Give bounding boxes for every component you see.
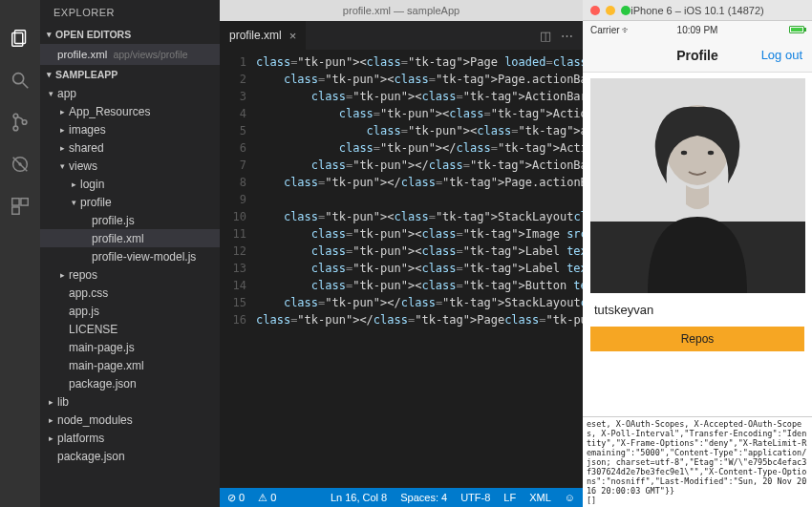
code-editor[interactable]: 12345678910111213141516 class="tk-pun"><… xyxy=(220,50,583,488)
simulator-titlebar: iPhone 6 – iOS 10.1 (14872) xyxy=(583,0,812,21)
tree-item-label: node_modules xyxy=(57,413,133,427)
tree-item-label: shared xyxy=(69,141,104,155)
simulator-title: iPhone 6 – iOS 10.1 (14872) xyxy=(583,5,812,16)
tree-item-profile-view-model-js[interactable]: profile-view-model.js xyxy=(40,247,220,265)
tree-item-profile-js[interactable]: profile.js xyxy=(40,211,220,229)
tree-item-label: login xyxy=(80,178,104,191)
tree-item-label: repos xyxy=(69,268,97,282)
tree-item-label: package.json xyxy=(57,450,125,463)
twisty-icon: ▸ xyxy=(46,415,55,425)
editor-area: profile.xml — sampleApp profile.xml × ◫ … xyxy=(220,0,583,507)
tree-item-app[interactable]: ▾app xyxy=(40,84,220,102)
editor-actions: ◫ ⋯ xyxy=(540,21,583,50)
twisty-icon: ▸ xyxy=(46,433,55,443)
battery-icon xyxy=(789,26,804,33)
tree-item-main-page-xml[interactable]: main-page.xml xyxy=(40,356,220,374)
tree-item-login[interactable]: ▸login xyxy=(40,175,220,193)
tree-item-platforms[interactable]: ▸platforms xyxy=(40,429,220,447)
source-control-icon[interactable] xyxy=(9,111,32,134)
battery-indicator xyxy=(789,26,804,33)
twisty-icon: ▸ xyxy=(57,107,67,116)
svg-point-2 xyxy=(13,74,24,84)
tree-item-app-js[interactable]: app.js xyxy=(40,302,220,320)
tree-item-repos[interactable]: ▸repos xyxy=(40,265,220,284)
svg-point-16 xyxy=(680,151,686,155)
twisty-icon: ▸ xyxy=(57,143,67,153)
close-icon[interactable]: × xyxy=(289,29,297,43)
explorer-title: EXPLORER xyxy=(40,0,220,25)
svg-rect-12 xyxy=(12,207,19,214)
tree-item-label: profile.js xyxy=(92,214,135,227)
split-editor-icon[interactable]: ◫ xyxy=(540,29,551,43)
tree-item-lib[interactable]: ▸lib xyxy=(40,392,220,411)
debug-icon[interactable] xyxy=(9,153,32,176)
twisty-icon: ▾ xyxy=(57,161,67,171)
tree-item-label: views xyxy=(69,159,97,173)
explorer-sidebar: EXPLORER ▾OPEN EDITORS profile.xml app/v… xyxy=(40,0,220,507)
line-gutter: 12345678910111213141516 xyxy=(220,50,256,488)
window-titlebar: profile.xml — sampleApp xyxy=(220,0,583,21)
tree-item-license[interactable]: LICENSE xyxy=(40,320,220,338)
svg-rect-10 xyxy=(12,199,19,205)
twisty-icon: ▸ xyxy=(57,270,67,280)
tree-item-profile-xml[interactable]: profile.xml xyxy=(40,229,220,247)
status-errors[interactable]: ⊘ 0 xyxy=(227,492,245,504)
window-title: profile.xml — sampleApp xyxy=(343,5,459,16)
tree-item-app-css[interactable]: app.css xyxy=(40,284,220,302)
extensions-icon[interactable] xyxy=(9,195,32,218)
tree-item-app-resources[interactable]: ▸App_Resources xyxy=(40,102,220,120)
tree-item-images[interactable]: ▸images xyxy=(40,120,220,138)
twisty-icon: ▸ xyxy=(46,397,55,407)
tree-item-package-json[interactable]: package.json xyxy=(40,374,220,392)
tree-item-label: profile-view-model.js xyxy=(92,250,196,264)
ios-status-bar: Carrier ᯤ 10:09 PM xyxy=(583,21,812,38)
editor-tab-bar: profile.xml × ◫ ⋯ xyxy=(220,21,583,50)
logout-button[interactable]: Log out xyxy=(761,48,802,62)
profile-username: tutskeyvan xyxy=(583,297,812,321)
status-line-col[interactable]: Ln 16, Col 8 xyxy=(331,492,387,503)
twisty-icon: ▾ xyxy=(69,198,78,207)
tree-item-label: platforms xyxy=(57,432,104,445)
status-feedback-icon[interactable]: ☺ xyxy=(565,492,575,503)
status-eol[interactable]: LF xyxy=(503,492,516,503)
repos-button[interactable]: Repos xyxy=(590,327,804,351)
open-editor-item[interactable]: profile.xml app/views/profile xyxy=(40,44,220,65)
status-warnings[interactable]: ⚠ 0 xyxy=(258,492,276,504)
tree-item-label: images xyxy=(69,123,106,137)
open-editors-header[interactable]: ▾OPEN EDITORS xyxy=(40,25,220,44)
status-time: 10:09 PM xyxy=(583,25,812,35)
tree-item-label: lib xyxy=(57,395,69,409)
tree-item-main-page-js[interactable]: main-page.js xyxy=(40,338,220,356)
more-icon[interactable]: ⋯ xyxy=(561,29,573,43)
tab-profile-xml[interactable]: profile.xml × xyxy=(220,21,307,50)
code-content[interactable]: class="tk-pun"><class="tk-tag">Page load… xyxy=(256,50,583,488)
svg-point-5 xyxy=(13,126,18,131)
tree-item-label: main-page.xml xyxy=(69,359,144,372)
tree-item-label: app xyxy=(57,87,76,100)
open-editor-filename: profile.xml xyxy=(57,49,107,60)
ios-screen-body: tutskeyvan Repos eset, X-OAuth-Scopes, X… xyxy=(583,73,812,507)
tree-item-label: app.js xyxy=(69,305,99,318)
open-editor-path: app/views/profile xyxy=(113,49,187,60)
tree-item-label: profile.xml xyxy=(92,232,144,245)
status-spaces[interactable]: Spaces: 4 xyxy=(400,492,447,503)
twisty-icon: ▸ xyxy=(69,180,78,189)
twisty-icon: ▾ xyxy=(46,89,55,98)
project-header[interactable]: ▾SAMPLEAPP xyxy=(40,65,220,84)
tree-item-label: profile xyxy=(80,196,112,209)
tree-item-profile[interactable]: ▾profile xyxy=(40,193,220,211)
twisty-icon: ▸ xyxy=(57,125,67,135)
status-lang[interactable]: XML xyxy=(529,492,551,503)
search-icon[interactable] xyxy=(9,69,32,92)
status-encoding[interactable]: UTF-8 xyxy=(460,492,490,503)
svg-line-3 xyxy=(23,83,29,89)
tree-item-shared[interactable]: ▸shared xyxy=(40,138,220,157)
svg-point-4 xyxy=(13,114,18,118)
tree-item-package-json[interactable]: package.json xyxy=(40,447,220,465)
console-output: eset, X-OAuth-Scopes, X-Accepted-OAuth-S… xyxy=(583,416,812,507)
tree-item-node-modules[interactable]: ▸node_modules xyxy=(40,411,220,429)
explorer-icon[interactable] xyxy=(9,27,32,50)
file-tree: ▾app▸App_Resources▸images▸shared▾views▸l… xyxy=(40,84,220,507)
profile-avatar xyxy=(590,78,805,293)
tree-item-views[interactable]: ▾views xyxy=(40,157,220,175)
